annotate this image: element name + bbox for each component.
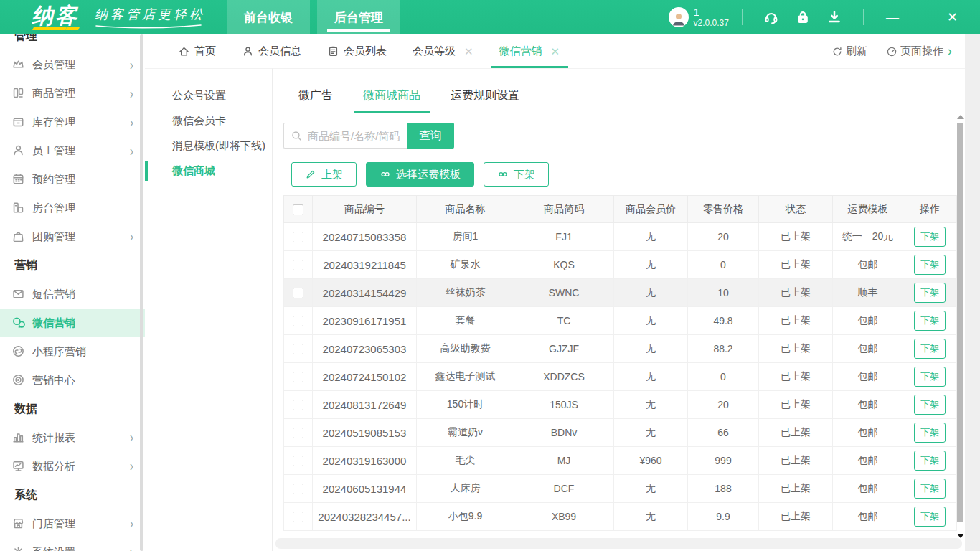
sidebar-item-mail[interactable]: 短信营销 bbox=[0, 280, 145, 309]
support-headset-icon[interactable] bbox=[763, 9, 779, 25]
content-tab[interactable]: 运费规则设置 bbox=[435, 79, 534, 113]
close-icon[interactable]: ✕ bbox=[947, 9, 958, 25]
scroll-up-arrow-icon[interactable] bbox=[957, 115, 964, 119]
row-checkbox[interactable] bbox=[293, 484, 303, 494]
page-tab[interactable]: 微信营销✕ bbox=[486, 34, 573, 68]
sidebar-item-label: 团购管理 bbox=[32, 230, 75, 244]
scrollbar-thumb[interactable] bbox=[957, 123, 963, 522]
table-row[interactable]: 20230916171951套餐TC无49.8已上架包邮下架 bbox=[284, 307, 957, 335]
take-down-button[interactable]: 下架 bbox=[914, 283, 946, 303]
row-checkbox[interactable] bbox=[293, 344, 303, 354]
row-checkbox[interactable] bbox=[293, 316, 303, 326]
table-row[interactable]: 20240519085153霸道奶vBDNv无66已上架包邮下架 bbox=[284, 419, 957, 447]
chevron-right-icon[interactable]: › bbox=[948, 44, 952, 59]
page-ops-button[interactable]: 页面操作 bbox=[886, 44, 943, 58]
take-down-button[interactable]: 下架 bbox=[914, 451, 946, 471]
header-nav-cashier[interactable]: 前台收银 bbox=[227, 0, 310, 34]
take-down-button[interactable]: 下架 bbox=[914, 311, 946, 331]
take-down-button[interactable]: 下架 bbox=[914, 255, 946, 275]
table-row[interactable]: 20240319211845矿泉水KQS无0已上架包邮下架 bbox=[284, 251, 957, 279]
lock-icon[interactable] bbox=[795, 9, 811, 25]
page-tab[interactable]: 会员列表 bbox=[314, 34, 400, 68]
sidebar-item-chart[interactable]: 统计报表› bbox=[0, 423, 145, 452]
page-tab[interactable]: 会员信息 bbox=[229, 34, 314, 68]
table-row[interactable]: 20240605131944大床房DCF无188已上架包邮下架 bbox=[284, 475, 957, 503]
sidebar-item-calendar[interactable]: 预约管理 bbox=[0, 165, 145, 194]
row-checkbox[interactable] bbox=[293, 232, 303, 242]
submenu-item[interactable]: 微信商城 bbox=[145, 159, 272, 184]
download-icon[interactable] bbox=[826, 9, 842, 25]
table-row[interactable]: 20240813172649150计时150JS无20已上架包邮下架 bbox=[284, 391, 957, 419]
content-tab[interactable]: 微广告 bbox=[283, 79, 348, 113]
scroll-down-arrow-icon[interactable] bbox=[957, 534, 964, 538]
goods-table-wrap: 商品编号商品名称商品简码商品会员价零售价格状态运费模板操作 2024071508… bbox=[283, 195, 956, 531]
member-price: 无 bbox=[614, 307, 688, 335]
column-header: 商品编号 bbox=[313, 196, 417, 223]
sidebar-item-target[interactable]: 营销中心 bbox=[0, 366, 145, 395]
title-bar: 纳客 纳客管店更轻松 前台收银后台管理 1 v2.0.0.37 bbox=[0, 0, 980, 34]
take-down-button[interactable]: 下架 bbox=[914, 339, 946, 359]
sidebar-item-wechat[interactable]: 微信营销 bbox=[0, 309, 145, 337]
page-tabs: 首页会员信息会员列表会员等级✕微信营销✕ bbox=[165, 34, 573, 68]
avatar[interactable] bbox=[669, 7, 689, 27]
toolbar-button[interactable]: 下架 bbox=[484, 162, 549, 187]
maximize-icon[interactable] bbox=[918, 12, 928, 23]
sidebar-item-monitor[interactable]: 数据分析› bbox=[0, 452, 145, 481]
refresh-button[interactable]: 刷新 bbox=[831, 44, 867, 58]
sidebar-item-gear[interactable]: 系统设置› bbox=[0, 538, 145, 551]
sidebar-scrollbar[interactable] bbox=[140, 34, 143, 551]
sidebar-item-bag[interactable]: 团购管理› bbox=[0, 222, 145, 251]
table-row[interactable]: 20240724150102鑫达电子测试XDDZCS无0已上架包邮下架 bbox=[284, 363, 957, 391]
take-down-button[interactable]: 下架 bbox=[914, 227, 946, 247]
table-row[interactable]: 20240723065303高级助教费GJZJF无88.2已上架包邮下架 bbox=[284, 335, 957, 363]
search-input[interactable] bbox=[308, 130, 405, 142]
toolbar-button[interactable]: 选择运费模板 bbox=[366, 162, 474, 187]
close-icon[interactable]: ✕ bbox=[551, 45, 560, 58]
table-row[interactable]: 20240319163000毛尖MJ¥960999已上架包邮下架 bbox=[284, 447, 957, 475]
goods-shortcode: FJ1 bbox=[514, 223, 614, 251]
sidebar-item-miniapp[interactable]: 小程序营销 bbox=[0, 337, 145, 366]
row-checkbox[interactable] bbox=[293, 456, 303, 466]
column-header: 状态 bbox=[759, 196, 833, 223]
logo-text: 纳客 bbox=[32, 5, 79, 29]
take-down-button[interactable]: 下架 bbox=[914, 423, 946, 443]
page-tab[interactable]: 首页 bbox=[165, 34, 229, 68]
horizontal-scrollbar[interactable] bbox=[275, 538, 962, 549]
sidebar-item-room[interactable]: 房台管理 bbox=[0, 194, 145, 222]
sidebar-item-goods[interactable]: 商品管理› bbox=[0, 79, 145, 108]
row-checkbox[interactable] bbox=[293, 288, 303, 298]
goods-name: 高级助教费 bbox=[417, 335, 514, 363]
submenu-item[interactable]: 消息模板(即将下线) bbox=[145, 133, 272, 159]
take-down-button[interactable]: 下架 bbox=[914, 479, 946, 499]
goods-name: 房间1 bbox=[417, 223, 514, 251]
toolbar-button[interactable]: 上架 bbox=[291, 162, 357, 187]
row-checkbox[interactable] bbox=[293, 512, 303, 522]
table-row[interactable]: 20240314154429丝袜奶茶SWNC无10已上架顺丰下架 bbox=[284, 279, 957, 307]
take-down-button[interactable]: 下架 bbox=[914, 395, 946, 415]
minimize-icon[interactable]: — bbox=[886, 10, 899, 25]
select-all-checkbox[interactable] bbox=[293, 204, 303, 215]
submenu-item[interactable]: 公众号设置 bbox=[145, 83, 272, 108]
row-checkbox[interactable] bbox=[293, 428, 303, 438]
row-checkbox[interactable] bbox=[293, 372, 303, 382]
search-button[interactable]: 查询 bbox=[407, 123, 454, 149]
sidebar-item-user[interactable]: 员工管理› bbox=[0, 136, 145, 165]
sidebar-item-crown[interactable]: 会员管理› bbox=[0, 50, 145, 79]
row-checkbox[interactable] bbox=[293, 400, 303, 410]
take-down-button[interactable]: 下架 bbox=[914, 507, 946, 527]
row-checkbox[interactable] bbox=[293, 260, 303, 270]
close-icon[interactable]: ✕ bbox=[464, 45, 473, 58]
sidebar-item-store[interactable]: 门店管理› bbox=[0, 509, 145, 538]
table-row[interactable]: 20240328234457...小包9.9XB99无9.9已上架包邮下架 bbox=[284, 503, 957, 531]
user-info[interactable]: 1 v2.0.0.37 bbox=[694, 6, 729, 28]
submenu-item[interactable]: 微信会员卡 bbox=[145, 108, 272, 133]
header-nav-backstage[interactable]: 后台管理 bbox=[317, 0, 400, 34]
member-price: 无 bbox=[614, 391, 688, 419]
sidebar-item-box[interactable]: 库存管理› bbox=[0, 108, 145, 136]
vertical-scrollbar[interactable] bbox=[956, 113, 964, 528]
table-row[interactable]: 20240715083358房间1FJ1无20已上架统一—20元下架 bbox=[284, 223, 957, 251]
retail-price: 0 bbox=[688, 251, 759, 279]
page-tab[interactable]: 会员等级✕ bbox=[400, 34, 486, 68]
take-down-button[interactable]: 下架 bbox=[914, 367, 946, 387]
content-tab[interactable]: 微商城商品 bbox=[348, 79, 435, 113]
